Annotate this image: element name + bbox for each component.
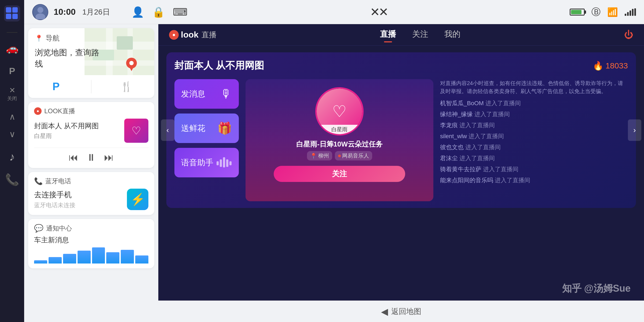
back-label: 返回地图 [391,306,421,317]
nav-content: 📍 导航 浏览地图，查询路线 [28,28,109,75]
stream-avatar-container: ♡ 白星雨 [315,87,364,136]
look-card-header: ● LOOK直播 [34,107,148,115]
avatar[interactable] [32,4,48,20]
prev-stream-button[interactable]: ‹ [161,119,174,141]
chat-msg-0: 机智瓜瓜_BoOM 进入了直播间 [440,99,628,108]
location-badge: 📍 柳州 [307,151,332,160]
bt-connect-button[interactable]: ⚡ [127,189,148,210]
voice-action-btn[interactable]: 语音助手 [174,148,239,177]
phone-icon: 📞 [5,173,19,186]
wifi-icon: 📶 [607,7,618,17]
sidebar-divider [7,32,17,33]
message-action-btn[interactable]: 发消息 🎙 [174,79,239,109]
content-row: 📍 导航 浏览地图，查询路线 P 🍴 [24,24,644,322]
look-info: 封面本人 从不用网图 白星雨 [34,121,120,140]
topbar: 10:00 1月26日 👤 🔒 ⌨ ✕✕ Ⓑ 📶 [24,0,644,24]
nav-mine-tab[interactable]: 我的 [444,29,460,41]
bt-info: 去连接手机 蓝牙电话未连接 [34,190,75,209]
prev-button[interactable]: ⏮ [69,152,78,163]
stream-area: ‹ › 封面本人 从不用网图 🔥 18033 [158,46,644,301]
look-widget-card[interactable]: ● LOOK直播 封面本人 从不用网图 白星雨 ♡ ⏮ ⏸ ⏭ [28,102,154,168]
nav-bottom-buttons: P 🍴 [28,75,154,98]
signal-bar-3 [630,10,631,16]
chat-user-7: 能来点阳间的音乐吗 [440,177,493,184]
badge-dot [338,155,341,157]
power-button[interactable]: ⏻ [624,30,633,40]
sidebar-item-music[interactable]: ♪ [5,149,20,164]
food-icon: 🍴 [119,79,134,94]
chat-action-5: 进入了直播间 [459,155,495,162]
sidebar-item-phone[interactable]: 📞 [5,172,20,187]
voice-label: 语音助手 [181,157,213,168]
nav-live-tab[interactable]: 直播 [380,29,396,41]
gift-label: 送鲜花 [181,123,205,134]
sidebar-item-close[interactable]: ✕ 关闭 [5,86,20,101]
app-logo[interactable] [4,5,20,21]
bluetooth-status-icon: Ⓑ [591,6,601,18]
sidebar-item-down[interactable]: ∨ [5,127,20,141]
parking-button[interactable]: P [49,79,63,94]
stream-title-row: 封面本人 从不用网图 🔥 18033 [174,59,628,72]
parking-icon: P [49,79,63,94]
next-stream-button[interactable]: › [628,119,641,141]
chat-msg-6: 骑着黄牛去拉萨 进入了直播间 [440,165,628,174]
watermark: 知乎 @汤姆Sue [562,282,631,295]
follow-button[interactable]: 关注 [274,166,405,182]
nav-description: 浏览地图，查询路线 [35,47,102,69]
bluetooth-card[interactable]: 📞 蓝牙电话 去连接手机 蓝牙电话未连接 ⚡ [28,172,154,215]
pause-button[interactable]: ⏸ [86,152,96,163]
main-content: 10:00 1月26日 👤 🔒 ⌨ ✕✕ Ⓑ 📶 [24,0,644,322]
chat-msg-2: 李龙痕 进入了直播间 [440,121,628,130]
action-buttons: 发消息 🎙 送鲜花 🎁 语音助手 [174,79,239,201]
expand-icon[interactable]: ✕✕ [370,5,387,19]
back-to-map-button[interactable]: ◀ 返回地图 [381,306,421,317]
chart-bar-7 [121,250,134,264]
battery-body [570,9,585,16]
bt-label: 蓝牙电话 [45,177,71,185]
notif-label: 通知中心 [46,224,72,233]
sidebar-item-parking[interactable]: P [5,64,20,78]
gift-action-btn[interactable]: 送鲜花 🎁 [174,114,239,143]
chat-action-0: 进入了直播间 [485,100,521,107]
user-icon[interactable]: 👤 [131,6,144,18]
nav-follow-tab[interactable]: 关注 [412,29,428,41]
notif-header: 💬 通知中心 [34,224,148,233]
food-button[interactable]: 🍴 [119,79,134,94]
signal-bar-1 [625,14,626,16]
svg-rect-20 [226,159,228,167]
chat-user-6: 骑着黄牛去拉萨 [440,166,481,173]
chat-msg-7: 能来点阳间的音乐吗 进入了直播间 [440,176,628,185]
app-nav: 直播 关注 我的 [380,29,460,41]
app-logo-suffix: 直播 [202,30,217,40]
stream-avatar-label: 白星雨 [317,125,362,134]
notification-card[interactable]: 💬 通知中心 车主新消息 [28,219,154,268]
svg-rect-17 [217,161,219,165]
lock-icon[interactable]: 🔒 [152,6,165,18]
signal-bar-5 [634,8,636,16]
bt-subtitle: 蓝牙电话未连接 [34,201,75,209]
stream-card: ‹ › 封面本人 从不用网图 🔥 18033 [166,52,636,208]
chart-bar-3 [63,254,76,264]
keyboard-icon[interactable]: ⌨ [173,6,188,18]
signal-bar-2 [627,12,629,16]
navigation-card[interactable]: 📍 导航 浏览地图，查询路线 P 🍴 [28,28,154,98]
chat-msg-4: 彼也文也 进入了直播间 [440,143,628,152]
location-icon: 📍 [35,35,43,42]
hot-count: 18033 [606,61,628,70]
svg-rect-0 [6,7,11,13]
mic-icon: 🎙 [220,87,232,101]
bottom-bar: ◀ 返回地图 [158,301,644,322]
sidebar-item-up[interactable]: ∧ [5,109,20,124]
app-logo-container: ● look 直播 [169,30,217,40]
sidebar-item-home[interactable]: 🚗 [5,41,20,56]
app-logo-text: look [181,30,199,40]
signal-bar-4 [632,9,634,16]
topbar-right: Ⓑ 📶 [570,6,636,18]
bt-content: 去连接手机 蓝牙电话未连接 ⚡ [34,189,148,210]
stream-avatar-ring: ♡ 白星雨 [315,87,364,136]
chat-action-1: 进入了直播间 [474,111,510,118]
signal-bars [625,8,636,16]
next-button[interactable]: ⏭ [104,152,114,163]
chat-user-5: 君沫尘 [440,155,458,162]
chat-user-4: 彼也文也 [440,144,464,151]
